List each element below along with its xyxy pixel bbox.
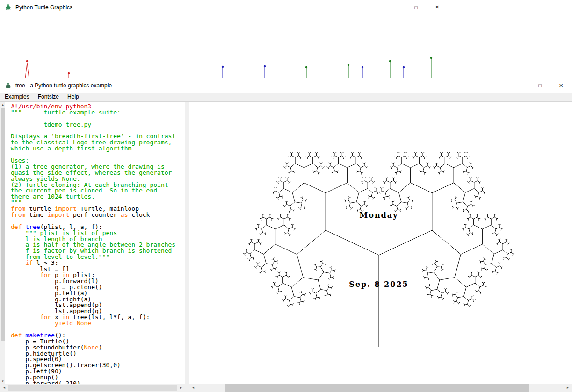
vertical-scroll-thumb[interactable] [1,108,5,341]
back-window-title: Python Turtle Graphics [15,4,72,11]
canvas-horizontal-scrollbar[interactable]: ◄ ► [189,384,572,392]
canvas-scroll-left-icon[interactable]: ◄ [189,384,197,392]
pane-divider[interactable] [185,102,189,392]
front-maximize-button[interactable]: □ [529,78,550,93]
menu-examples[interactable]: Examples [0,93,34,101]
sprouts-drawing [3,17,445,82]
code-hscroll-track[interactable] [8,384,177,392]
graphics-pane: MondaySep. 8 2025 ◄ ► [189,102,572,392]
scroll-right-icon[interactable]: ► [177,384,185,392]
code-area[interactable]: #!/usr/bin/env python3""" turtle-example… [5,102,185,384]
code-hscroll-thumb[interactable] [8,385,177,391]
turtle-canvas [3,17,445,82]
front-minimize-button[interactable]: – [508,78,529,93]
front-titlebar[interactable]: tree - a Python turtle graphics example … [0,78,572,93]
scroll-left-icon[interactable]: ◄ [0,384,8,392]
front-window-controls: – □ ✕ [508,78,572,93]
back-window-controls: – □ ✕ [384,0,448,14]
turtle-graphics-window: Python Turtle Graphics – □ ✕ [0,0,448,80]
turtle-app-icon [5,4,12,11]
graphics-canvas: MondaySep. 8 2025 [189,102,572,384]
canvas-hscroll-track[interactable] [197,384,564,392]
scroll-up-icon[interactable]: ▲ [0,102,5,107]
front-window-title: tree - a Python turtle graphics example [15,82,112,89]
code-viewer-pane: ▲ ▼ #!/usr/bin/env python3""" turtle-exa… [0,102,185,392]
back-maximize-button[interactable]: □ [405,0,427,14]
back-titlebar[interactable]: Python Turtle Graphics – □ ✕ [0,0,448,14]
back-close-button[interactable]: ✕ [427,0,448,14]
menubar: Examples Fontsize Help [0,93,572,102]
scroll-down-icon[interactable]: ▼ [0,378,5,384]
canvas-scroll-right-icon[interactable]: ► [564,384,572,392]
code-viewer-main: ▲ ▼ #!/usr/bin/env python3""" turtle-exa… [0,102,185,384]
code-horizontal-scrollbar[interactable]: ◄ ► [0,384,185,392]
front-close-button[interactable]: ✕ [550,78,572,93]
menu-fontsize[interactable]: Fontsize [34,93,63,101]
code-vertical-scrollbar[interactable]: ▲ ▼ [0,102,5,384]
fractal-tree-drawing: MondaySep. 8 2025 [189,102,572,384]
canvas-hscroll-thumb[interactable] [225,384,529,392]
menu-help[interactable]: Help [63,93,83,101]
back-minimize-button[interactable]: – [384,0,405,14]
tree-app-icon [5,82,12,89]
svg-text:Monday: Monday [360,211,398,220]
tree-example-window: tree - a Python turtle graphics example … [0,78,572,392]
svg-text:Sep. 8 2025: Sep. 8 2025 [349,280,408,289]
main-content: ▲ ▼ #!/usr/bin/env python3""" turtle-exa… [0,102,572,392]
